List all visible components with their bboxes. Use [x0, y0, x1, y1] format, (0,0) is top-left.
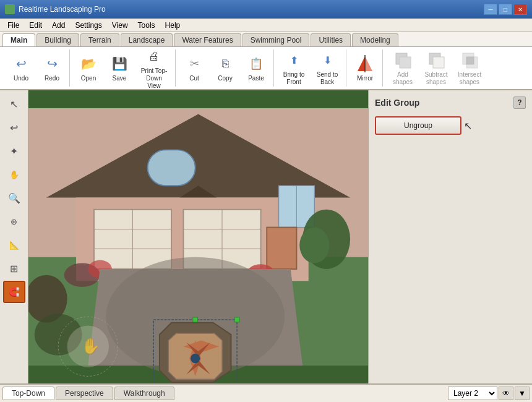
menu-item-add[interactable]: Add: [47, 20, 70, 31]
add-shapes-button[interactable]: Add shapes: [387, 47, 419, 89]
tab-terrain[interactable]: Terrain: [80, 33, 119, 46]
subtract-shapes-label: Subtract shapes: [424, 71, 447, 86]
subtract-shapes-icon: [427, 51, 445, 69]
cut-button[interactable]: ✂ Cut: [179, 51, 209, 85]
measure-button[interactable]: 📐: [3, 234, 25, 256]
panel-title: Edit Group: [375, 98, 419, 108]
copy-button[interactable]: ⎘ Copy: [210, 51, 240, 85]
save-button[interactable]: 💾 Save: [105, 51, 134, 85]
toolbar-group-edit: ✂ Cut ⎘ Copy 📋 Paste: [177, 49, 274, 87]
svg-text:✋: ✋: [81, 336, 101, 356]
send-back-label: Send to Back: [317, 71, 338, 86]
minimize-button[interactable]: ─: [484, 4, 497, 15]
cut-label: Cut: [189, 75, 199, 82]
redo-button[interactable]: ↩ Redo: [37, 51, 67, 85]
window-controls: ─ □ ✕: [484, 4, 527, 15]
tab-bar: MainBuildingTerrainLandscapeWater Featur…: [0, 32, 532, 47]
tab-main[interactable]: Main: [2, 33, 35, 46]
add-shapes-icon: [393, 51, 412, 69]
undo-icon: ↩: [16, 56, 27, 71]
app-icon: [5, 4, 15, 14]
view-tab-topdown[interactable]: Top-Down: [2, 387, 54, 400]
grid-button[interactable]: ⊞: [3, 257, 25, 280]
save-icon: 💾: [112, 56, 127, 71]
intersect-shapes-label: Intersect shapes: [458, 71, 481, 86]
app-title: Realtime Landscaping Pro: [19, 5, 484, 14]
menu-item-settings[interactable]: Settings: [70, 20, 106, 31]
copy-label: Copy: [218, 75, 232, 82]
middle-row: ↖ ↩ ✦ ✋ 🔍 ⊕ 📐 ⊞ 🧲: [0, 90, 532, 383]
intersect-shapes-button[interactable]: Intersect shapes: [453, 47, 486, 89]
menu-item-tools[interactable]: Tools: [133, 20, 160, 31]
tab-building[interactable]: Building: [36, 33, 79, 46]
menubar: FileEditAddSettingsViewToolsHelp: [0, 19, 532, 32]
viewport[interactable]: ✋: [28, 90, 368, 383]
toolbar-group-order: ⬆ Bring to Front ⬇ Send to Back: [275, 49, 346, 87]
svg-rect-44: [234, 317, 239, 322]
help-button[interactable]: ?: [513, 96, 526, 109]
svg-rect-6: [433, 57, 444, 68]
intersect-shapes-icon: [460, 51, 479, 69]
menu-item-edit[interactable]: Edit: [24, 20, 47, 31]
bottom-bar: Top-Down Perspective Walkthrough Layer 2…: [0, 383, 532, 402]
close-button[interactable]: ✕: [513, 4, 527, 15]
mirror-button[interactable]: Mirror: [350, 51, 380, 85]
open-label: Open: [81, 75, 96, 82]
layer-select[interactable]: Layer 2 Layer 1 Layer 3: [448, 387, 497, 400]
bring-to-front-button[interactable]: ⬆ Bring to Front: [278, 47, 310, 89]
layer-visibility-button[interactable]: 👁: [499, 387, 513, 400]
subtract-shapes-button[interactable]: Subtract shapes: [420, 47, 452, 89]
pan-button[interactable]: ✋: [3, 163, 25, 186]
open-button[interactable]: 📂 Open: [74, 51, 103, 85]
redo-icon: ↩: [47, 56, 58, 71]
toolbar-group-file: 📂 Open 💾 Save 🖨 Print Top-Down View: [71, 49, 176, 87]
menu-item-help[interactable]: Help: [160, 20, 186, 31]
view-tab-perspective[interactable]: Perspective: [56, 387, 113, 400]
toolbar-group-undoredo: ↩ Undo ↩ Redo: [4, 49, 70, 87]
send-to-back-button[interactable]: ⬇ Send to Back: [311, 47, 343, 89]
svg-rect-24: [148, 150, 195, 186]
bring-front-icon: ⬆: [290, 54, 298, 66]
print-button[interactable]: 🖨 Print Top-Down View: [135, 43, 173, 93]
right-panel: Edit Group ? Ungroup ↖: [368, 90, 532, 383]
menu-item-file[interactable]: File: [2, 20, 24, 31]
ungroup-button[interactable]: Ungroup: [375, 116, 461, 135]
paste-label: Paste: [248, 75, 264, 82]
save-label: Save: [113, 75, 127, 82]
snap-button[interactable]: 🧲: [3, 281, 25, 303]
add-shapes-label: Add shapes: [393, 71, 413, 86]
redo-label: Redo: [45, 75, 59, 82]
titlebar: Realtime Landscaping Pro ─ □ ✕: [0, 0, 532, 19]
undo-button[interactable]: ↩ Undo: [6, 51, 36, 85]
zoom-rect-button[interactable]: ⊕: [3, 210, 25, 233]
tab-modeling[interactable]: Modeling: [352, 33, 398, 46]
tab-swimming-pool[interactable]: Swimming Pool: [242, 33, 310, 46]
tab-water-features[interactable]: Water Features: [174, 33, 241, 46]
print-label: Print Top-Down View: [137, 67, 171, 90]
undo-tool-button[interactable]: ↩: [3, 116, 25, 139]
toolbar-group-shapes: Add shapes Subtract shapes Intersect sha…: [384, 49, 488, 87]
svg-marker-0: [358, 56, 365, 71]
left-sidebar: ↖ ↩ ✦ ✋ 🔍 ⊕ 📐 ⊞ 🧲: [0, 90, 28, 383]
layer-options-button[interactable]: ▼: [515, 387, 530, 400]
paste-button[interactable]: 📋 Paste: [241, 51, 271, 85]
menu-item-view[interactable]: View: [107, 20, 133, 31]
bring-front-label: Bring to Front: [283, 71, 304, 86]
zoom-button[interactable]: 🔍: [3, 187, 25, 209]
send-back-icon: ⬇: [324, 54, 332, 66]
view-tab-walkthrough[interactable]: Walkthrough: [114, 387, 174, 400]
svg-rect-9: [466, 57, 474, 64]
svg-rect-4: [400, 57, 411, 68]
mirror-label: Mirror: [357, 75, 373, 82]
svg-point-29: [299, 228, 329, 263]
select-tool-button[interactable]: ↖: [3, 93, 25, 115]
copy-icon: ⎘: [222, 58, 229, 71]
scissors-icon: ✂: [190, 57, 199, 71]
node-edit-button[interactable]: ✦: [3, 140, 25, 162]
folder-icon: 📂: [81, 56, 97, 71]
tab-utilities[interactable]: Utilities: [311, 33, 351, 46]
scene-svg: ✋: [28, 90, 368, 383]
content-wrapper: ↖ ↩ ✦ ✋ 🔍 ⊕ 📐 ⊞ 🧲: [0, 90, 532, 402]
maximize-button[interactable]: □: [499, 4, 512, 15]
toolbar-group-transform: Mirror: [348, 49, 383, 87]
